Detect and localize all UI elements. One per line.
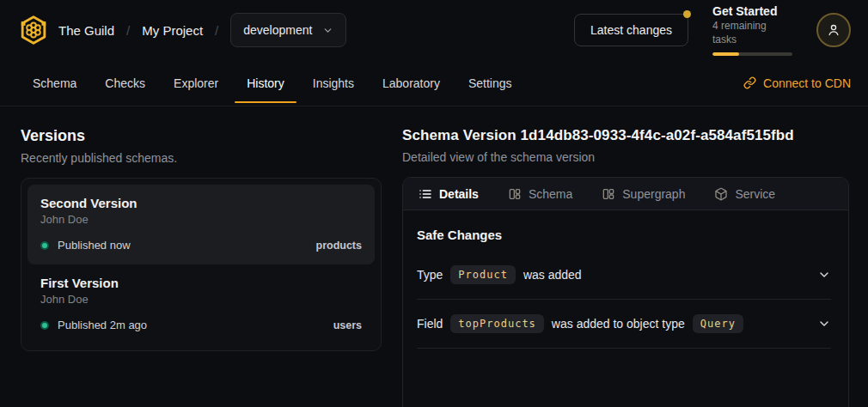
change-row[interactable]: Type Product was added <box>417 251 831 300</box>
version-detail-card: Details Schema <box>402 177 849 407</box>
tab-insights[interactable]: Insights <box>301 60 366 106</box>
published-status-icon <box>40 241 49 250</box>
app-root: The Guild / My Project / development Lat… <box>0 0 868 407</box>
change-text: Field <box>417 317 443 331</box>
change-text: was added to object type <box>552 317 685 331</box>
version-detail-title: Schema Version 1d14db83-0933-4f4c-a02f-a… <box>402 127 849 144</box>
chevron-down-icon[interactable] <box>817 317 831 331</box>
link-icon <box>743 76 756 89</box>
breadcrumb-org[interactable]: The Guild <box>58 23 114 38</box>
versions-subtitle: Recently published schemas. <box>21 151 382 165</box>
change-text: Type <box>417 268 443 282</box>
versions-title: Versions <box>21 127 382 145</box>
version-published: Published now <box>58 239 131 252</box>
version-detail-panel: Schema Version 1d14db83-0933-4f4c-a02f-a… <box>402 106 849 407</box>
detail-tab-label: Schema <box>529 187 572 201</box>
safe-changes-heading: Safe Changes <box>417 228 831 242</box>
detail-tab-label: Details <box>439 187 479 201</box>
target-selector[interactable]: development <box>230 13 346 47</box>
detail-tabs: Details Schema <box>403 178 848 210</box>
cube-icon <box>714 187 728 201</box>
version-service-name: users <box>333 319 362 331</box>
detail-tab-label: Service <box>735 187 775 201</box>
get-started-progressbar <box>712 52 792 56</box>
tab-explorer[interactable]: Explorer <box>162 60 230 106</box>
tab-checks[interactable]: Checks <box>93 60 157 106</box>
change-description: Field topProducts was added to object ty… <box>417 314 743 333</box>
change-row[interactable]: Field topProducts was added to object ty… <box>417 300 831 349</box>
chevron-down-icon <box>322 25 333 36</box>
tab-history[interactable]: History <box>235 60 296 106</box>
target-selector-value: development <box>243 23 312 37</box>
main-nav: Schema Checks Explorer History Insights … <box>0 60 868 106</box>
notification-dot <box>683 10 691 18</box>
detail-tab-service[interactable]: Service <box>714 178 775 210</box>
latest-changes-button[interactable]: Latest changes <box>574 14 688 46</box>
detail-tab-schema[interactable]: Schema <box>508 178 572 210</box>
published-status-icon <box>40 321 49 330</box>
breadcrumb: The Guild / My Project / development <box>58 13 346 47</box>
code-badge: topProducts <box>450 314 543 333</box>
detail-tab-details[interactable]: Details <box>419 178 479 210</box>
columns-icon <box>602 187 615 201</box>
columns-icon <box>508 187 522 201</box>
latest-changes-label: Latest changes <box>590 23 672 37</box>
version-service-name: products <box>316 240 362 252</box>
versions-list: Second Version John Doe Published now pr… <box>21 178 382 351</box>
version-author: John Doe <box>40 213 362 226</box>
top-header: The Guild / My Project / development Lat… <box>0 0 868 60</box>
tab-schema[interactable]: Schema <box>21 60 89 106</box>
get-started-subtitle: 4 remaining tasks <box>712 20 792 46</box>
version-list-item[interactable]: First Version John Doe Published 2m ago … <box>28 264 375 344</box>
tab-settings[interactable]: Settings <box>456 60 524 106</box>
changes-list: Type Product was added Field topProducts <box>417 251 831 349</box>
change-description: Type Product was added <box>417 265 582 284</box>
tab-laboratory[interactable]: Laboratory <box>370 60 452 106</box>
code-badge: Query <box>693 314 743 333</box>
user-icon <box>826 22 841 38</box>
breadcrumb-separator: / <box>215 23 218 38</box>
version-published: Published 2m ago <box>58 319 147 331</box>
breadcrumb-separator: / <box>126 23 130 38</box>
get-started-title: Get Started <box>712 4 792 20</box>
change-text: was added <box>523 268 582 282</box>
get-started-progress-fill <box>712 52 739 56</box>
get-started-widget[interactable]: Get Started 4 remaining tasks <box>712 4 792 57</box>
detail-tab-supergraph[interactable]: Supergraph <box>602 178 685 210</box>
versions-panel: Versions Recently published schemas. Sec… <box>21 106 382 351</box>
version-list-item[interactable]: Second Version John Doe Published now pr… <box>28 185 375 264</box>
connect-to-cdn-link[interactable]: Connect to CDN <box>743 60 851 106</box>
version-detail-subtitle: Detailed view of the schema version <box>402 150 849 164</box>
detail-body: Safe Changes Type Product was added <box>403 210 848 349</box>
detail-tab-label: Supergraph <box>622 187 685 201</box>
version-name: First Version <box>40 276 362 290</box>
connect-to-cdn-label: Connect to CDN <box>763 76 851 90</box>
chevron-down-icon[interactable] <box>817 268 831 282</box>
header-right-group: Latest changes Get Started 4 remaining t… <box>574 4 851 57</box>
user-avatar[interactable] <box>816 13 851 47</box>
version-name: Second Version <box>40 196 362 210</box>
version-author: John Doe <box>40 293 362 306</box>
code-badge: Product <box>450 265 516 284</box>
breadcrumb-project[interactable]: My Project <box>142 23 203 38</box>
list-icon <box>419 187 432 201</box>
hive-logo-icon[interactable] <box>17 14 50 46</box>
